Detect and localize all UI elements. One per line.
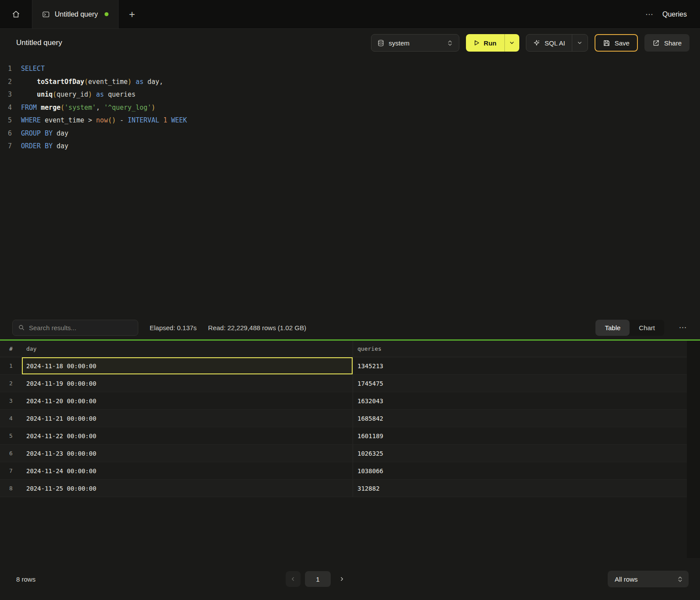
cell-queries[interactable]: 1632043 bbox=[353, 392, 687, 409]
chevron-down-icon bbox=[577, 40, 583, 46]
sql-ai-label: SQL AI bbox=[545, 39, 565, 47]
database-select-value: system bbox=[389, 39, 410, 47]
chevron-right-icon bbox=[339, 576, 345, 582]
tab-bar: Untitled query + ⋯ Queries bbox=[0, 0, 700, 29]
cell-day[interactable]: 2024-11-24 00:00:00 bbox=[22, 462, 353, 479]
search-results-input[interactable] bbox=[29, 324, 133, 331]
table-row: 52024-11-22 00:00:001601189 bbox=[0, 427, 687, 445]
row-number: 4 bbox=[0, 410, 22, 427]
database-icon bbox=[377, 39, 385, 47]
table-row: 12024-11-18 00:00:001345213 bbox=[0, 357, 687, 375]
chevron-down-icon bbox=[509, 40, 515, 46]
cell-day[interactable]: 2024-11-22 00:00:00 bbox=[22, 427, 353, 444]
results-grid: # day queries 12024-11-18 00:00:00134521… bbox=[0, 341, 700, 558]
queries-link[interactable]: Queries bbox=[662, 10, 687, 18]
code-line: 3 uniq(query_id) as queries bbox=[0, 88, 700, 101]
cell-day[interactable]: 2024-11-20 00:00:00 bbox=[22, 392, 353, 409]
play-icon bbox=[473, 39, 480, 46]
page-number-button[interactable]: 1 bbox=[305, 571, 331, 587]
cell-queries[interactable]: 1685842 bbox=[353, 410, 687, 427]
column-header-index[interactable]: # bbox=[0, 345, 22, 352]
run-button[interactable]: Run bbox=[466, 34, 504, 52]
sql-console-app: Untitled query + ⋯ Queries Untitled quer… bbox=[0, 0, 700, 600]
cell-day[interactable]: 2024-11-19 00:00:00 bbox=[22, 375, 353, 392]
read-stat: Read: 22,229,488 rows (1.02 GB) bbox=[208, 324, 306, 331]
next-page-button[interactable] bbox=[335, 576, 348, 582]
column-header-queries[interactable]: queries bbox=[353, 345, 687, 352]
results-overflow-icon[interactable]: ⋯ bbox=[676, 323, 690, 332]
line-number: 5 bbox=[0, 114, 21, 127]
line-number: 7 bbox=[0, 140, 21, 153]
home-icon bbox=[12, 10, 20, 18]
row-number: 5 bbox=[0, 427, 22, 444]
row-count-label: 8 rows bbox=[16, 576, 35, 583]
updown-chevrons-icon bbox=[447, 40, 453, 46]
line-number: 3 bbox=[0, 88, 21, 101]
line-number: 2 bbox=[0, 76, 21, 89]
cell-day-selected[interactable]: 2024-11-18 00:00:00 bbox=[22, 357, 353, 374]
run-options-button[interactable] bbox=[504, 34, 519, 52]
cell-queries[interactable]: 312882 bbox=[353, 480, 687, 497]
database-select[interactable]: system bbox=[371, 34, 459, 52]
page-size-select[interactable]: All rows bbox=[608, 571, 689, 587]
pagination: 1 bbox=[286, 571, 348, 587]
home-button[interactable] bbox=[0, 0, 32, 28]
tabs-overflow-icon[interactable]: ⋯ bbox=[645, 10, 654, 19]
query-title: Untitled query bbox=[16, 38, 62, 47]
cell-day[interactable]: 2024-11-21 00:00:00 bbox=[22, 410, 353, 427]
table-row: 42024-11-21 00:00:001685842 bbox=[0, 410, 687, 427]
table-row: 72024-11-24 00:00:001038066 bbox=[0, 462, 687, 480]
row-number: 3 bbox=[0, 392, 22, 409]
code-line: 2 toStartOfDay(event_time) as day, bbox=[0, 76, 700, 89]
line-number: 4 bbox=[0, 101, 21, 115]
code-line: 4FROM merge('system', '^query_log') bbox=[0, 101, 700, 115]
cell-day[interactable]: 2024-11-25 00:00:00 bbox=[22, 480, 353, 497]
code-lines: 1SELECT2 toStartOfDay(event_time) as day… bbox=[0, 63, 700, 153]
save-button[interactable]: Save bbox=[595, 34, 638, 52]
cell-day[interactable]: 2024-11-23 00:00:00 bbox=[22, 445, 353, 462]
code-line: 5WHERE event_time > now() - INTERVAL 1 W… bbox=[0, 114, 700, 127]
results-table-body: 12024-11-18 00:00:00134521322024-11-19 0… bbox=[0, 357, 687, 497]
query-toolbar: Untitled query system Run bbox=[0, 29, 700, 57]
sql-ai-options-button[interactable] bbox=[572, 35, 588, 51]
view-tab-table[interactable]: Table bbox=[595, 320, 630, 336]
view-tab-chart[interactable]: Chart bbox=[630, 320, 664, 336]
run-button-label: Run bbox=[484, 39, 497, 47]
row-number: 7 bbox=[0, 462, 22, 479]
table-row: 62024-11-23 00:00:001026325 bbox=[0, 445, 687, 462]
code-line: 1SELECT bbox=[0, 63, 700, 76]
sql-ai-split-button: SQL AI bbox=[526, 34, 588, 52]
updown-chevrons-icon bbox=[677, 576, 683, 583]
sql-ai-button[interactable]: SQL AI bbox=[526, 35, 572, 51]
results-footer: 8 rows 1 All rows bbox=[0, 558, 700, 600]
code-line: 6GROUP BY day bbox=[0, 127, 700, 140]
previous-page-button[interactable] bbox=[286, 571, 301, 587]
cell-queries[interactable]: 1345213 bbox=[353, 357, 687, 374]
column-header-day[interactable]: day bbox=[22, 341, 353, 357]
cell-queries[interactable]: 1026325 bbox=[353, 445, 687, 462]
share-button[interactable]: Share bbox=[644, 34, 690, 52]
run-split-button: Run bbox=[466, 34, 519, 52]
scrollbar-track[interactable] bbox=[687, 341, 700, 558]
save-button-label: Save bbox=[615, 39, 630, 47]
row-number: 1 bbox=[0, 357, 22, 374]
code-line: 7ORDER BY day bbox=[0, 140, 700, 153]
row-number: 2 bbox=[0, 375, 22, 392]
sql-editor[interactable]: 1SELECT2 toStartOfDay(event_time) as day… bbox=[0, 57, 700, 316]
table-row: 32024-11-20 00:00:001632043 bbox=[0, 392, 687, 410]
chevron-left-icon bbox=[290, 576, 296, 582]
table-row: 82024-11-25 00:00:00312882 bbox=[0, 480, 687, 497]
table-row: 22024-11-19 00:00:001745475 bbox=[0, 375, 687, 392]
search-results-box bbox=[12, 320, 138, 336]
save-icon bbox=[603, 39, 610, 47]
cell-queries[interactable]: 1601189 bbox=[353, 427, 687, 444]
search-icon bbox=[18, 324, 25, 331]
cell-queries[interactable]: 1745475 bbox=[353, 375, 687, 392]
new-tab-button[interactable]: + bbox=[119, 0, 146, 28]
cell-queries[interactable]: 1038066 bbox=[353, 462, 687, 479]
row-number: 6 bbox=[0, 445, 22, 462]
page-size-value: All rows bbox=[615, 576, 638, 583]
results-toolbar: Elapsed: 0.137s Read: 22,229,488 rows (1… bbox=[0, 316, 700, 339]
tab-untitled-query[interactable]: Untitled query bbox=[32, 0, 119, 28]
line-number: 1 bbox=[0, 63, 21, 76]
